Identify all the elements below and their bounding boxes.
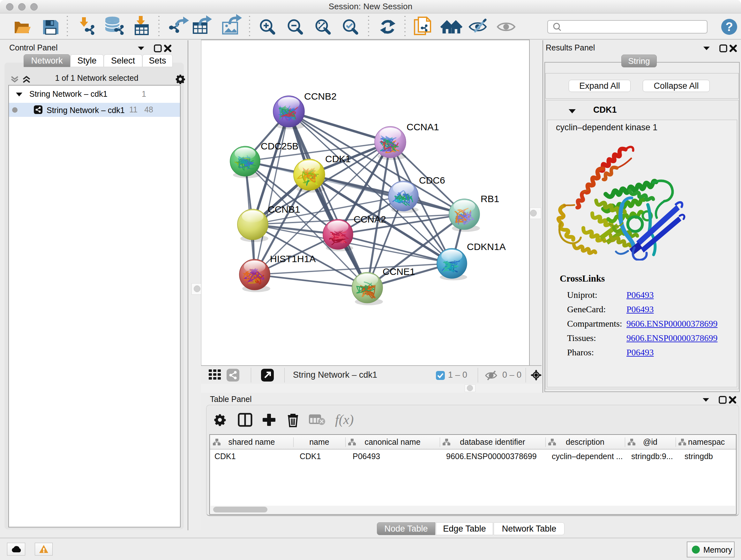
svg-text:CCNE1: CCNE1: [383, 266, 415, 277]
svg-text:CCNB1: CCNB1: [268, 204, 300, 214]
svg-text:CCNB2: CCNB2: [304, 91, 337, 102]
svg-text:CCNA1: CCNA1: [407, 122, 439, 132]
svg-text:CDC6: CDC6: [419, 175, 445, 186]
svg-text:HIST1H1A: HIST1H1A: [270, 253, 316, 264]
svg-text:CCNA2: CCNA2: [354, 214, 386, 225]
svg-text:f(x): f(x): [335, 412, 354, 427]
svg-text:CDK1: CDK1: [325, 153, 351, 164]
svg-text:RB1: RB1: [481, 193, 499, 204]
svg-text:CDKN1A: CDKN1A: [467, 241, 506, 252]
svg-text:?: ?: [725, 20, 733, 34]
svg-text:CDC25B: CDC25B: [261, 141, 298, 151]
